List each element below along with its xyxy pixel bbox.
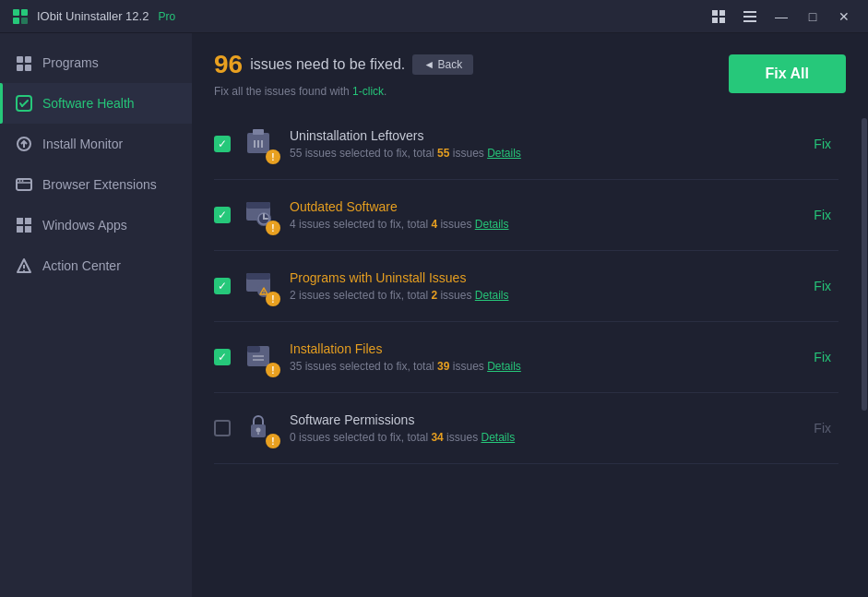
- svg-rect-13: [17, 65, 23, 71]
- svg-rect-27: [25, 226, 31, 233]
- issues-line: 96 issues need to be fixed. ◄ Back: [214, 50, 473, 79]
- svg-rect-5: [719, 10, 725, 16]
- svg-rect-11: [17, 56, 23, 63]
- svg-rect-4: [712, 10, 718, 16]
- title-bar-left: IObit Uninstaller 12.2 Pro: [11, 7, 175, 26]
- windows-apps-icon: [15, 216, 33, 234]
- svg-point-44: [263, 293, 265, 294]
- issue-item-outdated-software: ✓ ! Outdated Software 4 issues selected …: [214, 180, 838, 251]
- scrollbar-thumb[interactable]: [862, 118, 867, 411]
- grid-button[interactable]: [706, 6, 731, 28]
- fix-link-programs-uninstall-issues[interactable]: Fix: [806, 275, 838, 297]
- issue-desc-installation-files: 35 issues selected to fix, total 39 issu…: [290, 360, 795, 373]
- svg-rect-10: [743, 20, 756, 22]
- sidebar-item-programs[interactable]: Programs: [0, 42, 192, 83]
- issue-title-outdated-software: Outdated Software: [290, 199, 795, 214]
- svg-rect-6: [712, 18, 718, 23]
- app-subtitle: Pro: [158, 10, 175, 23]
- sidebar-label-programs: Programs: [42, 55, 99, 70]
- issues-list: ✓ ! Uninstallation Leftovers 55 issues s…: [192, 109, 861, 597]
- svg-rect-3: [21, 18, 28, 24]
- svg-rect-37: [246, 202, 270, 209]
- sidebar-item-install-monitor[interactable]: Install Monitor: [0, 124, 192, 164]
- issue-item-software-permissions: ! Software Permissions 0 issues selected…: [214, 393, 838, 464]
- issue-title-installation-files: Installation Files: [290, 341, 795, 356]
- title-bar: IObit Uninstaller 12.2 Pro — □ ✕: [0, 0, 868, 33]
- sidebar-label-install-monitor: Install Monitor: [42, 137, 123, 151]
- warning-badge-programs-uninstall-issues: !: [266, 292, 280, 306]
- browser-extensions-icon: [15, 175, 33, 194]
- svg-point-23: [22, 180, 24, 182]
- issue-item-programs-uninstall-issues: ✓ ! Programs with Uninstall Issues 2 iss…: [214, 251, 838, 322]
- svg-rect-26: [17, 226, 23, 233]
- svg-rect-7: [719, 18, 725, 23]
- issue-details-installation-files: Installation Files 35 issues selected to…: [290, 341, 795, 373]
- warning-badge-uninstallation-leftovers: !: [266, 149, 280, 164]
- content-header: 96 issues need to be fixed. ◄ Back Fix a…: [192, 33, 868, 109]
- sidebar-item-action-center[interactable]: Action Center: [0, 245, 192, 286]
- checkbox-programs-uninstall-issues[interactable]: ✓: [214, 278, 231, 294]
- issue-details-programs-uninstall-issues: Programs with Uninstall Issues 2 issues …: [290, 270, 795, 302]
- issue-desc-outdated-software: 4 issues selected to fix, total 4 issues…: [290, 218, 795, 231]
- active-indicator: [0, 83, 3, 124]
- issue-title-uninstallation-leftovers: Uninstallation Leftovers: [290, 128, 795, 143]
- issue-item-installation-files: ✓ ! Installation Files 35 issues selecte…: [214, 322, 838, 393]
- fix-link-software-permissions: Fix: [806, 417, 838, 439]
- content-area: 96 issues need to be fixed. ◄ Back Fix a…: [192, 33, 868, 597]
- app-title: IObit Uninstaller 12.2: [37, 9, 149, 23]
- icon-wrap-installation-files: !: [242, 339, 279, 376]
- back-button[interactable]: ◄ Back: [412, 54, 473, 75]
- checkbox-outdated-software[interactable]: ✓: [214, 207, 231, 223]
- svg-point-50: [256, 428, 261, 433]
- menu-button[interactable]: [737, 6, 763, 28]
- details-link-software-permissions[interactable]: Details: [481, 431, 515, 444]
- details-link-programs-uninstall-issues[interactable]: Details: [475, 289, 509, 302]
- main-layout: Programs Software Health Inst: [0, 33, 868, 597]
- svg-rect-2: [13, 18, 19, 24]
- warning-badge-outdated-software: !: [266, 221, 280, 235]
- sidebar-item-software-health[interactable]: Software Health: [0, 83, 192, 124]
- issue-title-programs-uninstall-issues: Programs with Uninstall Issues: [290, 270, 795, 285]
- fix-link-uninstallation-leftovers[interactable]: Fix: [806, 133, 838, 155]
- svg-rect-0: [13, 9, 19, 16]
- fix-link-installation-files[interactable]: Fix: [806, 346, 838, 368]
- close-button[interactable]: ✕: [831, 6, 857, 28]
- details-link-installation-files[interactable]: Details: [487, 360, 521, 373]
- programs-icon: [15, 54, 33, 72]
- icon-wrap-uninstallation-leftovers: !: [242, 125, 279, 162]
- warning-badge-software-permissions: !: [266, 434, 280, 448]
- svg-rect-12: [25, 56, 31, 63]
- icon-wrap-outdated-software: !: [242, 197, 279, 233]
- title-bar-controls: — □ ✕: [706, 6, 857, 28]
- issue-details-software-permissions: Software Permissions 0 issues selected t…: [290, 412, 795, 444]
- warning-badge-installation-files: !: [266, 363, 280, 377]
- sidebar-item-browser-extensions[interactable]: Browser Extensions: [0, 164, 192, 205]
- svg-rect-8: [743, 11, 756, 13]
- svg-rect-24: [17, 218, 23, 224]
- scrollbar-track[interactable]: [861, 109, 868, 597]
- fix-link-outdated-software[interactable]: Fix: [806, 204, 838, 226]
- checkbox-uninstallation-leftovers[interactable]: ✓: [214, 136, 231, 152]
- fix-all-button[interactable]: Fix All: [729, 54, 846, 93]
- issue-desc-programs-uninstall-issues: 2 issues selected to fix, total 2 issues…: [290, 289, 795, 302]
- details-link-outdated-software[interactable]: Details: [475, 218, 509, 231]
- software-health-icon: [15, 94, 33, 113]
- checkbox-software-permissions[interactable]: [214, 420, 231, 436]
- maximize-button[interactable]: □: [800, 6, 826, 28]
- header-subtext: Fix all the issues found with 1-click.: [214, 85, 473, 98]
- svg-rect-9: [743, 16, 756, 18]
- install-monitor-icon: [15, 135, 33, 153]
- header-info: 96 issues need to be fixed. ◄ Back Fix a…: [214, 50, 473, 98]
- svg-point-30: [23, 270, 25, 272]
- sidebar-label-action-center: Action Center: [42, 258, 121, 273]
- minimize-button[interactable]: —: [768, 6, 794, 28]
- checkbox-installation-files[interactable]: ✓: [214, 349, 231, 365]
- action-center-icon: [15, 257, 33, 275]
- sidebar-item-windows-apps[interactable]: Windows Apps: [0, 205, 192, 245]
- issue-item-uninstallation-leftovers: ✓ ! Uninstallation Leftovers 55 issues s…: [214, 109, 838, 180]
- svg-rect-1: [21, 9, 28, 16]
- sidebar-label-browser-extensions: Browser Extensions: [42, 177, 157, 192]
- sidebar: Programs Software Health Inst: [0, 33, 192, 597]
- details-link-uninstallation-leftovers[interactable]: Details: [487, 147, 521, 160]
- issues-count: 96: [214, 50, 243, 79]
